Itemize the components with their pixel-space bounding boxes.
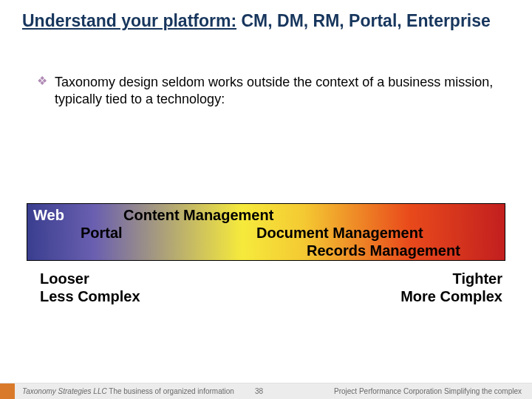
axis-left-line1: Looser	[40, 270, 140, 287]
axis-right: Tighter More Complex	[400, 270, 502, 305]
footer-page-number: 38	[255, 387, 263, 395]
diamond-bullet-icon: ❖	[37, 74, 47, 89]
footer-color-chip	[0, 383, 15, 399]
footer-bar: Taxonomy Strategies LLC The business of …	[0, 383, 532, 399]
bullet-item: ❖ Taxonomy design seldom works outside t…	[37, 74, 502, 109]
axis-left: Looser Less Complex	[40, 270, 140, 305]
band-label-content-management: Content Management	[123, 207, 273, 224]
axis-left-line2: Less Complex	[40, 287, 140, 305]
title-underlined: Understand your platform:	[22, 11, 236, 30]
footer-brand: Taxonomy Strategies LLC	[22, 387, 107, 395]
title-rest: CM, DM, RM, Portal, Enterprise	[236, 11, 491, 30]
slide: Understand your platform: CM, DM, RM, Po…	[0, 0, 532, 399]
footer-right: Project Performance Corporation Simplify…	[334, 387, 522, 395]
bullet-text: Taxonomy design seldom works outside the…	[55, 74, 502, 109]
band-label-records-management: Records Management	[307, 242, 460, 259]
band-label-portal: Portal	[81, 225, 123, 242]
footer-tagline: The business of organized information	[107, 387, 234, 395]
band-label-document-management: Document Management	[256, 225, 423, 242]
axis-right-line1: Tighter	[400, 270, 502, 287]
axis-right-line2: More Complex	[400, 287, 502, 305]
footer-left: Taxonomy Strategies LLC The business of …	[22, 387, 234, 395]
band-label-web: Web	[33, 207, 64, 224]
gradient-band: Web Content Management Portal Document M…	[27, 203, 505, 261]
slide-title: Understand your platform: CM, DM, RM, Po…	[22, 10, 510, 32]
